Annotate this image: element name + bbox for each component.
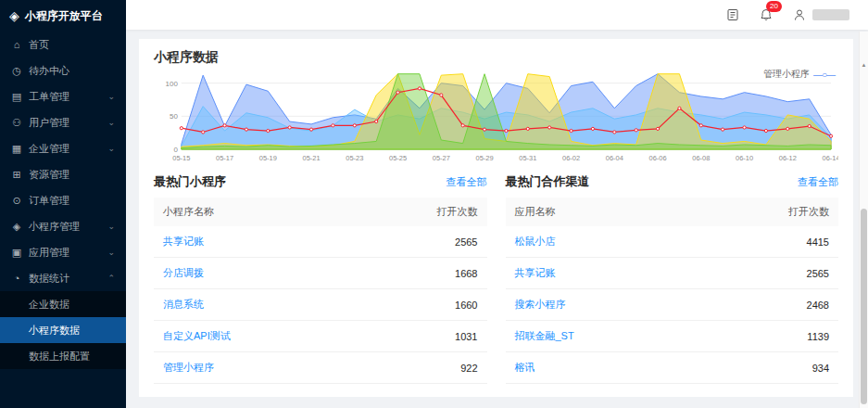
sidebar-submenu: 企业数据小程序数据数据上报配置 [0,291,126,369]
svg-text:06-10: 06-10 [736,154,753,162]
table-row: 招联金融_ST1139 [506,321,839,352]
svg-text:06-06: 06-06 [649,154,667,162]
sidebar: ◈ 小程序开放平台 ⌂首页◷待办中心▤工单管理⌄⚇用户管理⌄▦企业管理⌄⊞资源管… [0,0,126,408]
document-icon[interactable] [725,7,740,22]
table-row: 自定义API测试1031 [154,321,487,352]
sidebar-item-data-report-config[interactable]: 数据上报配置 [0,343,126,369]
table-row: 消息系统1660 [154,289,487,321]
item-name-link[interactable]: 管理小程序 [154,352,321,384]
sidebar-item-order-mgmt[interactable]: ⊙订单管理 [0,187,126,213]
todo-icon: ◷ [11,65,22,77]
svg-text:05-23: 05-23 [346,154,363,162]
open-count: 922 [321,352,487,384]
item-name-link[interactable]: 分店调拨 [154,258,321,289]
column-header-name: 小程序名称 [154,198,321,226]
enterprise-icon: ▦ [11,143,22,155]
sidebar-item-label: 小程序数据 [29,324,80,338]
chart-svg: 05010005-1505-1705-1905-2105-2305-2505-2… [154,70,838,164]
orders-icon: ⊙ [11,195,22,207]
chevron-down-icon: ⌄ [107,222,115,231]
chevron-down-icon: ⌄ [107,92,115,101]
sidebar-item-label: 企业数据 [29,298,69,312]
sidebar-item-resource-mgmt[interactable]: ⊞资源管理 [0,161,126,187]
chart-area: 管理小程序 —○— 05010005-1505-1705-1905-2105-2… [154,70,838,164]
open-count: 1139 [672,321,838,352]
sidebar-item-home[interactable]: ⌂首页 [0,32,126,57]
column-header-name: 应用名称 [506,198,673,226]
sidebar-item-label: 资源管理 [29,168,69,182]
item-name-link[interactable]: 榕讯 [506,352,673,384]
content-area: 小程序数据 管理小程序 —○— 05010005-1505-1705-1905-… [126,30,868,408]
table-title: 最热门合作渠道 [506,173,590,190]
work-order-icon: ▤ [11,91,22,103]
open-count: 2565 [672,258,838,289]
sidebar-item-enterprise-mgmt[interactable]: ▦企业管理⌄ [0,135,126,161]
chevron-down-icon: ⌄ [107,248,115,257]
svg-text:05-27: 05-27 [433,154,450,162]
sidebar-item-user-mgmt[interactable]: ⚇用户管理⌄ [0,109,126,135]
table-row: 管理小程序922 [154,352,487,384]
svg-text:05-15: 05-15 [172,154,190,162]
open-count: 4415 [672,226,838,258]
page-title: 小程序数据 [154,49,838,66]
svg-text:06-04: 06-04 [606,154,623,162]
table-row: 分店调拨1668 [154,258,487,289]
svg-text:05-31: 05-31 [519,154,536,162]
item-name-link[interactable]: 共享记账 [506,258,673,289]
hot-miniprograms-table: 最热门小程序 查看全部 小程序名称 打开次数 共享记账2565分店调拨1668消… [154,173,487,384]
view-all-link[interactable]: 查看全部 [798,175,838,189]
chevron-down-icon: ⌄ [107,118,115,127]
open-count: 1031 [321,321,487,352]
sidebar-item-miniprogram-mgmt[interactable]: ◈小程序管理⌄ [0,213,126,239]
home-icon: ⌂ [11,39,22,50]
item-name-link[interactable]: 搜索小程序 [506,289,673,321]
sidebar-item-enterprise-data[interactable]: 企业数据 [0,291,126,317]
svg-text:100: 100 [166,80,179,88]
sidebar-item-label: 企业管理 [29,142,69,156]
sidebar-item-work-order-mgmt[interactable]: ▤工单管理⌄ [0,83,126,109]
chart-legend[interactable]: 管理小程序 —○— [763,68,835,81]
svg-text:05-21: 05-21 [303,154,321,162]
item-name-link[interactable]: 共享记账 [154,226,321,258]
scrollbar-thumb[interactable] [861,209,867,404]
content-card: 小程序数据 管理小程序 —○— 05010005-1505-1705-1905-… [139,39,853,397]
table-row: 共享记账2565 [154,226,487,258]
item-name-link[interactable]: 松鼠小店 [506,226,673,258]
notification-badge: 20 [766,1,782,12]
top-header: 20 [126,0,868,30]
open-count: 2468 [672,289,838,321]
vertical-scrollbar[interactable]: ▲ [859,32,868,408]
column-header-count: 打开次数 [672,198,838,226]
sidebar-item-todo-center[interactable]: ◷待办中心 [0,57,126,83]
svg-text:06-08: 06-08 [692,154,710,162]
app-window: ◈ 小程序开放平台 ⌂首页◷待办中心▤工单管理⌄⚇用户管理⌄▦企业管理⌄⊞资源管… [0,0,868,408]
chart-legend-marker: —○— [813,70,835,80]
user-avatar-icon [792,7,807,22]
scrollbar-up-icon[interactable]: ▲ [860,59,868,70]
sidebar-item-label: 小程序管理 [29,220,80,234]
notification-bell-icon[interactable]: 20 [759,7,774,22]
sidebar-item-miniprogram-data[interactable]: 小程序数据 [0,317,126,343]
item-name-link[interactable]: 消息系统 [154,289,321,321]
svg-text:50: 50 [170,112,178,121]
hot-channels-body: 松鼠小店4415共享记账2565搜索小程序2468招联金融_ST1139榕讯93… [506,226,839,384]
sidebar-item-label: 数据上报配置 [29,350,90,363]
svg-text:06-02: 06-02 [562,154,580,162]
sidebar-item-app-mgmt[interactable]: ▣应用管理⌄ [0,239,126,265]
main-area: 20 小程序数据 管理小程序 —○— 05010005-1505-1705-19… [126,0,868,408]
view-all-link[interactable]: 查看全部 [447,175,487,189]
item-name-link[interactable]: 自定义API测试 [154,321,321,352]
sidebar-item-label: 工单管理 [29,90,69,104]
app-logo[interactable]: ◈ 小程序开放平台 [0,0,126,32]
sidebar-item-label: 待办中心 [29,64,69,78]
svg-text:05-17: 05-17 [216,154,233,162]
users-icon: ⚇ [11,117,22,129]
chart-legend-label: 管理小程序 [763,68,810,81]
user-menu[interactable] [792,7,849,22]
sidebar-menu: ⌂首页◷待办中心▤工单管理⌄⚇用户管理⌄▦企业管理⌄⊞资源管理⊙订单管理◈小程序… [0,32,126,369]
sidebar-item-data-stats[interactable]: ◔数据统计⌃ [0,265,126,291]
chevron-up-icon: ⌃ [107,274,115,283]
item-name-link[interactable]: 招联金融_ST [506,321,673,352]
app-title: 小程序开放平台 [25,8,103,24]
hot-miniprograms-body: 共享记账2565分店调拨1668消息系统1660自定义API测试1031管理小程… [154,226,487,384]
